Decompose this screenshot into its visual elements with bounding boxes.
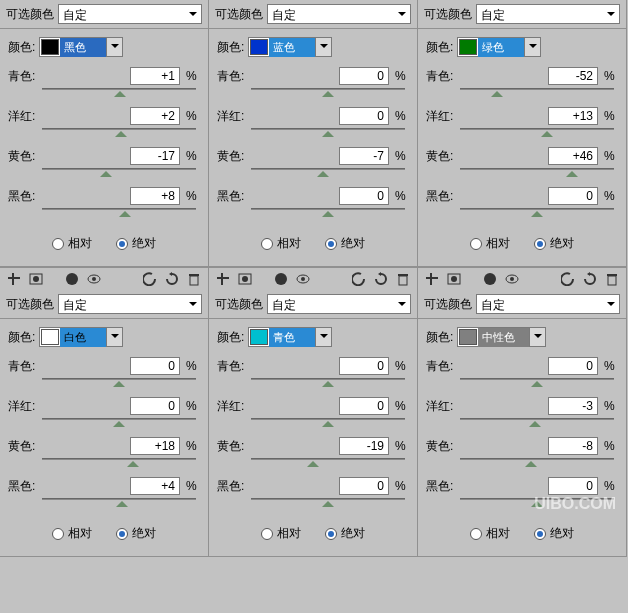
reset-icon[interactable]: [582, 271, 598, 287]
slider-value[interactable]: 0: [339, 357, 389, 375]
chevron-down-icon[interactable]: [315, 38, 331, 56]
eye-icon[interactable]: [295, 271, 311, 287]
prev-icon[interactable]: [560, 271, 576, 287]
slider-value[interactable]: +18: [130, 437, 180, 455]
relative-radio[interactable]: 相对: [470, 525, 510, 542]
slider-value[interactable]: +4: [130, 477, 180, 495]
color-select[interactable]: 绿色: [457, 37, 541, 57]
slider-track[interactable]: [251, 125, 405, 141]
color-select[interactable]: 黑色: [39, 37, 123, 57]
prev-icon[interactable]: [351, 271, 367, 287]
back-icon[interactable]: [64, 271, 80, 287]
absolute-radio[interactable]: 绝对: [325, 235, 365, 252]
adjust-icon[interactable]: [215, 271, 231, 287]
relative-radio[interactable]: 相对: [261, 235, 301, 252]
slider-track[interactable]: [460, 125, 614, 141]
chevron-down-icon[interactable]: [524, 38, 540, 56]
slider-track[interactable]: [42, 455, 196, 471]
absolute-radio[interactable]: 绝对: [325, 525, 365, 542]
absolute-radio[interactable]: 绝对: [534, 525, 574, 542]
preset-select[interactable]: 自定: [476, 294, 620, 314]
color-select[interactable]: 青色: [248, 327, 332, 347]
slider-track[interactable]: [42, 85, 196, 101]
eye-icon[interactable]: [86, 271, 102, 287]
slider-track[interactable]: [460, 85, 614, 101]
trash-icon[interactable]: [395, 271, 411, 287]
slider-track[interactable]: [460, 415, 614, 431]
preset-select[interactable]: 自定: [476, 4, 620, 24]
chevron-down-icon[interactable]: [529, 328, 545, 346]
trash-icon[interactable]: [186, 271, 202, 287]
slider-track[interactable]: [460, 165, 614, 181]
slider-track[interactable]: [460, 205, 614, 221]
slider-value[interactable]: -17: [130, 147, 180, 165]
slider-track[interactable]: [42, 205, 196, 221]
back-icon[interactable]: [482, 271, 498, 287]
back-icon[interactable]: [273, 271, 289, 287]
slider-value[interactable]: 0: [548, 187, 598, 205]
slider-value[interactable]: +46: [548, 147, 598, 165]
slider-value[interactable]: 0: [339, 477, 389, 495]
absolute-radio[interactable]: 绝对: [534, 235, 574, 252]
relative-radio[interactable]: 相对: [261, 525, 301, 542]
color-select[interactable]: 中性色: [457, 327, 546, 347]
color-select[interactable]: 白色: [39, 327, 123, 347]
reset-icon[interactable]: [164, 271, 180, 287]
prev-icon[interactable]: [142, 271, 158, 287]
preset-select[interactable]: 自定: [267, 4, 411, 24]
slider-value[interactable]: 0: [339, 107, 389, 125]
chevron-down-icon[interactable]: [106, 328, 122, 346]
slider-value[interactable]: +13: [548, 107, 598, 125]
mask-icon[interactable]: [237, 271, 253, 287]
relative-radio[interactable]: 相对: [52, 235, 92, 252]
reset-icon[interactable]: [373, 271, 389, 287]
slider-track[interactable]: [251, 205, 405, 221]
absolute-radio[interactable]: 绝对: [116, 235, 156, 252]
mask-icon[interactable]: [446, 271, 462, 287]
slider-value[interactable]: 0: [339, 67, 389, 85]
slider-value[interactable]: 0: [130, 397, 180, 415]
color-select[interactable]: 蓝色: [248, 37, 332, 57]
percent-label: %: [186, 439, 200, 453]
slider-track[interactable]: [460, 455, 614, 471]
mask-icon[interactable]: [28, 271, 44, 287]
slider-value[interactable]: 0: [548, 357, 598, 375]
slider-value[interactable]: 0: [339, 397, 389, 415]
adjust-icon[interactable]: [424, 271, 440, 287]
slider-track[interactable]: [42, 125, 196, 141]
slider-label: 黄色:: [426, 148, 456, 165]
preset-select[interactable]: 自定: [58, 4, 202, 24]
adjust-icon[interactable]: [6, 271, 22, 287]
slider-track[interactable]: [251, 455, 405, 471]
slider-track[interactable]: [42, 375, 196, 391]
relative-radio[interactable]: 相对: [470, 235, 510, 252]
slider-track[interactable]: [251, 495, 405, 511]
slider-value[interactable]: +8: [130, 187, 180, 205]
slider-value[interactable]: 0: [339, 187, 389, 205]
chevron-down-icon[interactable]: [315, 328, 331, 346]
slider-value[interactable]: 0: [130, 357, 180, 375]
slider-value[interactable]: 0: [548, 477, 598, 495]
slider-value[interactable]: +2: [130, 107, 180, 125]
slider-track[interactable]: [251, 415, 405, 431]
chevron-down-icon[interactable]: [106, 38, 122, 56]
preset-select[interactable]: 自定: [58, 294, 202, 314]
slider-track[interactable]: [251, 165, 405, 181]
slider-track[interactable]: [42, 495, 196, 511]
absolute-radio[interactable]: 绝对: [116, 525, 156, 542]
slider-value[interactable]: -7: [339, 147, 389, 165]
preset-select[interactable]: 自定: [267, 294, 411, 314]
slider-value[interactable]: -3: [548, 397, 598, 415]
relative-radio[interactable]: 相对: [52, 525, 92, 542]
slider-track[interactable]: [42, 415, 196, 431]
slider-value[interactable]: -52: [548, 67, 598, 85]
slider-value[interactable]: -8: [548, 437, 598, 455]
eye-icon[interactable]: [504, 271, 520, 287]
slider-track[interactable]: [251, 375, 405, 391]
slider-track[interactable]: [460, 375, 614, 391]
slider-track[interactable]: [251, 85, 405, 101]
slider-track[interactable]: [42, 165, 196, 181]
trash-icon[interactable]: [604, 271, 620, 287]
slider-value[interactable]: +1: [130, 67, 180, 85]
slider-value[interactable]: -19: [339, 437, 389, 455]
